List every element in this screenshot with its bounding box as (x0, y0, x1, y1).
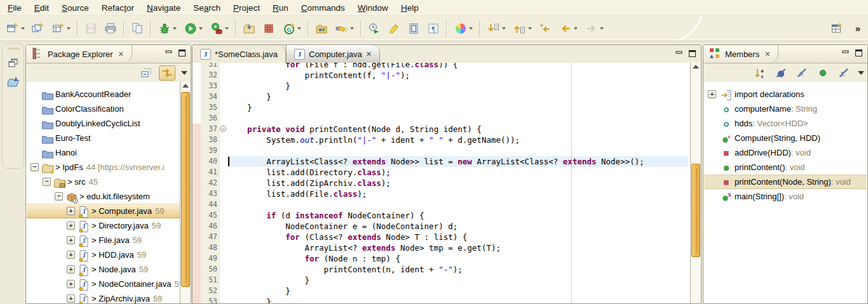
tree-item-hanoi[interactable]: Hanoi (27, 145, 180, 160)
code-text[interactable]: } (228, 286, 688, 296)
member-printcontent-[interactable]: printContent() : void (704, 160, 867, 175)
link-with-editor-icon[interactable] (159, 65, 175, 81)
member-hdds[interactable]: hdds : Vector<HDD> (704, 116, 867, 131)
code-text[interactable] (228, 145, 688, 156)
expander-plus-icon[interactable]: + (67, 221, 75, 230)
close-icon[interactable]: ✕ (764, 50, 770, 58)
package-explorer-scrollbar[interactable] (180, 82, 191, 303)
hide-local-types-icon[interactable]: L (836, 65, 852, 81)
new-view-icon[interactable] (48, 20, 74, 37)
code-text[interactable]: } (228, 102, 688, 113)
expander-minus-icon[interactable]: − (43, 178, 51, 186)
code-text[interactable]: for (Node n : tmp) { (228, 253, 688, 264)
tree-item-hdd.java[interactable]: +J> HDD.java59 (27, 248, 180, 262)
maximize-icon[interactable] (854, 48, 864, 58)
tree-item-doublylinkedcycliclist[interactable]: DoublyLinkedCyclicList (27, 116, 180, 131)
menu-commands[interactable]: Commands (295, 1, 351, 15)
highlighter-icon[interactable] (384, 20, 403, 37)
code-text[interactable]: } (228, 275, 688, 286)
tree-item-node.java[interactable]: +J> Node.java59 (27, 262, 180, 277)
member-computer-string-hdd-[interactable]: cComputer(String, HDD) (704, 131, 867, 145)
maximize-icon[interactable] (688, 49, 697, 58)
code-text[interactable] (228, 113, 688, 124)
package-explorer-tree[interactable]: BankAccountReaderColorClassificationDoub… (27, 82, 180, 303)
code-text[interactable]: list.add(ZipArchiv.class); (228, 178, 688, 188)
code-text[interactable]: printContent(f, "|-"); (228, 70, 688, 81)
show-whitespace-icon[interactable]: ¶ (424, 20, 443, 37)
scrollbar-thumb[interactable] (181, 92, 190, 287)
tree-item-colorclassification[interactable]: ColorClassification (27, 102, 180, 116)
tree-item-src[interactable]: −> src45 (27, 175, 180, 189)
close-icon[interactable]: ✕ (366, 50, 372, 58)
code-text[interactable]: private void printContent(Node d, String… (228, 124, 688, 135)
expander-minus-icon[interactable]: − (31, 163, 39, 171)
code-text[interactable]: ArrayList<? extends Node> tmp = e.get(T)… (228, 242, 688, 253)
open-perspective-icon[interactable] (5, 74, 22, 90)
expander-plus-icon[interactable]: + (67, 251, 75, 259)
expander-plus-icon[interactable]: + (708, 90, 716, 98)
menu-edit[interactable]: Edit (28, 1, 55, 15)
code-text[interactable] (228, 199, 688, 210)
update-site-icon[interactable]: G (279, 20, 304, 37)
new-perspective-icon[interactable] (827, 20, 846, 37)
code-text[interactable]: list.add(Directory.class); (228, 167, 688, 178)
import-wizard-icon[interactable] (240, 20, 259, 37)
tree-item-file.java[interactable]: +J> File.java59 (27, 233, 180, 248)
code-text[interactable]: NodeContainer e = (NodeContainer) d; (228, 221, 688, 232)
code-text[interactable]: System.out.println("|-" + ident + " " + … (228, 135, 688, 145)
expander-minus-icon[interactable]: − (55, 192, 63, 201)
minimize-icon[interactable] (841, 48, 850, 58)
maximize-icon[interactable] (177, 48, 187, 58)
menu-project[interactable]: Project (227, 1, 266, 15)
members-list[interactable]: +import declarationscomputerName : Strin… (704, 82, 867, 303)
code-editor[interactable]: 31 for (File f : hdd.get(File.class)) {3… (193, 63, 701, 303)
menu-search[interactable]: Search (187, 1, 227, 15)
last-edit-location-icon[interactable] (536, 20, 555, 37)
next-annotation-icon[interactable] (484, 20, 509, 37)
code-text[interactable]: for (File f : hdd.get(File.class)) { (228, 63, 688, 70)
tree-item-euro-test[interactable]: Euro-Test (27, 131, 180, 145)
mark-occurrences-icon[interactable] (404, 20, 423, 37)
hide-static-icon[interactable]: S (794, 65, 810, 81)
tree-item-nodecontainer.java[interactable]: +J> NodeContainer.java59 (27, 277, 180, 291)
search-icon[interactable] (332, 20, 357, 37)
collapse-region-icon[interactable]: − (220, 126, 226, 132)
fast-view-handle[interactable] (7, 48, 20, 50)
debug-icon[interactable] (154, 20, 180, 37)
sort-icon[interactable]: az (752, 65, 768, 81)
previous-annotation-icon[interactable] (510, 20, 535, 37)
external-tools-icon[interactable] (207, 20, 232, 37)
member-printcontent-node-string-[interactable]: printContent(Node, String) : void (704, 175, 867, 189)
open-type-icon[interactable] (312, 20, 331, 37)
menu-file[interactable]: File (1, 1, 28, 15)
code-text[interactable]: } (228, 91, 688, 102)
code-text[interactable]: if (d instanceof NodeContainer) { (228, 210, 688, 221)
collapse-all-icon[interactable] (138, 65, 154, 81)
tab-package-explorer[interactable]: Package Explorer ✕ (26, 45, 132, 63)
back-icon[interactable] (555, 20, 581, 37)
menu-window[interactable]: Window (351, 1, 395, 15)
expander-plus-icon[interactable]: + (67, 236, 75, 244)
tree-item-ziparchiv.java[interactable]: +J> ZipArchiv.java59 (27, 291, 180, 303)
tab-members[interactable]: Members ✕ (703, 45, 778, 63)
toolbar-overflow-button[interactable]: » (855, 23, 859, 34)
tree-item-bankaccountreader[interactable]: BankAccountReader (27, 87, 180, 102)
close-icon[interactable]: ✕ (118, 50, 124, 58)
show-nonpublic-icon[interactable] (815, 65, 831, 81)
color-palette-icon[interactable] (451, 20, 476, 37)
view-menu-icon[interactable] (181, 71, 187, 75)
tree-item-directory.java[interactable]: +J> Directory.java59 (27, 218, 180, 233)
tab-computer-java[interactable]: J Computer.java ✕ (286, 45, 380, 63)
run-icon[interactable] (180, 20, 206, 37)
expander-plus-icon[interactable]: + (67, 265, 75, 274)
expander-plus-icon[interactable]: + (67, 294, 75, 303)
tree-item-computer.java[interactable]: +J> Computer.java59 (27, 204, 180, 218)
view-menu-icon[interactable] (858, 71, 864, 75)
code-text[interactable]: ArrayList<Class<? extends Node>> list = … (228, 156, 688, 167)
code-text[interactable]: printContent(n, ident + "-"); (228, 264, 688, 275)
expander-plus-icon[interactable]: + (67, 280, 75, 288)
new-wizard-icon[interactable] (3, 20, 28, 37)
coverage-icon[interactable] (259, 20, 278, 37)
menu-refactor[interactable]: Refactor (95, 1, 140, 15)
copy-element-icon[interactable] (128, 20, 147, 37)
